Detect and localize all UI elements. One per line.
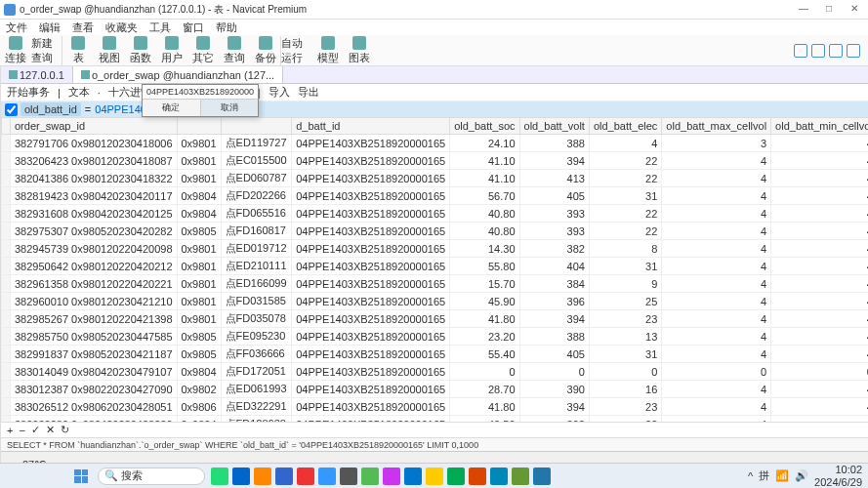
tray-up-icon[interactable]: ^ bbox=[748, 470, 753, 482]
col-d_batt_id[interactable]: d_batt_id bbox=[292, 118, 450, 135]
table-row[interactable]: 382931608 0x9804202304201250x9804点FD0655… bbox=[2, 205, 869, 223]
filter-value-input[interactable] bbox=[143, 85, 258, 99]
table-row[interactable]: 383012387 0x9802202304270900x9802点ED0619… bbox=[2, 381, 869, 398]
import-button[interactable]: 导入 bbox=[269, 85, 290, 100]
tool-模型[interactable]: 模型 bbox=[312, 36, 344, 65]
table-row[interactable]: 383026512 0x9806202304280510x9806点ED3222… bbox=[2, 398, 869, 416]
table-row[interactable]: 382950642 0x9801202204202120x9801点ED2101… bbox=[2, 258, 869, 275]
tray-sound-icon[interactable]: 🔊 bbox=[795, 469, 808, 482]
taskbar-app-5[interactable] bbox=[297, 468, 314, 485]
menu-查看[interactable]: 查看 bbox=[72, 20, 94, 35]
taskbar-app-9[interactable] bbox=[383, 468, 400, 485]
refresh-button[interactable]: ↻ bbox=[61, 424, 69, 436]
table-row[interactable]: 382985267 0x9801202204213980x9801点FD0350… bbox=[2, 310, 869, 328]
add-row-button[interactable]: + bbox=[7, 425, 13, 436]
detail-icon[interactable] bbox=[847, 44, 860, 58]
tool-连接[interactable]: 连接 bbox=[0, 36, 31, 65]
main-area: 127.0.0.1o_order_swap @huandianzhan (127… bbox=[1, 66, 868, 465]
table-row[interactable]: 382960010 0x9801202304212100x9801点FD0315… bbox=[2, 293, 869, 310]
menu-窗口[interactable]: 窗口 bbox=[183, 20, 204, 35]
taskbar-search[interactable]: 🔍搜索 bbox=[98, 468, 205, 485]
col-sel[interactable] bbox=[177, 118, 221, 135]
grid-footer: + − ✓ ✕ ↻ bbox=[1, 422, 868, 437]
taskbar-app-4[interactable] bbox=[275, 468, 293, 485]
tool-新建查询[interactable]: 新建查询 bbox=[31, 36, 62, 65]
tool-其它[interactable]: 其它 bbox=[187, 36, 219, 65]
maximize-button[interactable]: □ bbox=[819, 3, 839, 17]
app-icon bbox=[4, 4, 16, 16]
search-placeholder: 搜索 bbox=[121, 468, 143, 483]
del-row-button[interactable]: − bbox=[19, 425, 24, 436]
close-button[interactable]: ✕ bbox=[845, 3, 864, 17]
table-row[interactable]: 382985750 0x9805202304475850x9805点FE0952… bbox=[2, 328, 869, 346]
filter-field[interactable]: old_batt_id bbox=[21, 102, 81, 116]
taskbar-app-16[interactable] bbox=[533, 468, 551, 485]
menu-编辑[interactable]: 编辑 bbox=[39, 20, 61, 35]
tab-1[interactable]: o_order_swap @huandianzhan (127... bbox=[73, 66, 283, 83]
col-old_batt_min_cellvol[interactable]: old_batt_min_cellvol bbox=[771, 118, 868, 135]
col-old_batt_volt[interactable]: old_batt_volt bbox=[519, 118, 589, 135]
cancel-button[interactable]: ✕ bbox=[46, 424, 55, 436]
col-sel[interactable] bbox=[2, 118, 11, 135]
clock-date: 2024/6/29 bbox=[814, 476, 862, 488]
filter-cancel-button[interactable]: 取消 bbox=[201, 100, 259, 116]
tool-查询[interactable]: 查询 bbox=[219, 36, 250, 65]
data-grid[interactable]: order_swap_idd_batt_idold_batt_socold_ba… bbox=[1, 117, 868, 422]
minimize-button[interactable]: — bbox=[794, 3, 813, 17]
tool-表[interactable]: 表 bbox=[62, 36, 94, 65]
taskbar-app-1[interactable] bbox=[211, 468, 228, 485]
table-row[interactable]: 382041386 0x9801202304183220x9801点ED0607… bbox=[2, 170, 869, 187]
col-old_batt_soc[interactable]: old_batt_soc bbox=[450, 118, 519, 135]
tab-0[interactable]: 127.0.0.1 bbox=[1, 66, 73, 83]
tool-视图[interactable]: 视图 bbox=[94, 36, 125, 65]
taskbar-app-15[interactable] bbox=[512, 468, 529, 485]
menu-收藏夹[interactable]: 收藏夹 bbox=[105, 20, 138, 35]
taskbar-app-3[interactable] bbox=[254, 468, 271, 485]
view-text-button[interactable]: 文本 bbox=[68, 85, 90, 100]
taskbar-app-2[interactable] bbox=[232, 468, 250, 485]
table-row[interactable]: 383014049 0x9804202304791070x9804点FD1720… bbox=[2, 363, 869, 381]
col-old_batt_max_cellvol[interactable]: old_batt_max_cellvol bbox=[662, 118, 771, 135]
window-title: o_order_swap @huandianzhan (127.0.0.1) -… bbox=[20, 3, 794, 17]
taskbar-app-8[interactable] bbox=[361, 468, 379, 485]
windows-taskbar: 🔍搜索 ^ 拼 📶 🔊 10:022024/6/29 bbox=[0, 463, 868, 488]
col-old_batt_elec[interactable]: old_batt_elec bbox=[589, 118, 661, 135]
table-row[interactable]: 383206423 0x9801202304180870x9801点EC0155… bbox=[2, 152, 869, 170]
taskbar-app-13[interactable] bbox=[469, 468, 486, 485]
taskbar-app-10[interactable] bbox=[404, 468, 422, 485]
taskbar-app-11[interactable] bbox=[426, 468, 443, 485]
list-icon[interactable] bbox=[829, 44, 843, 58]
taskbar-app-7[interactable] bbox=[340, 468, 357, 485]
start-button[interactable] bbox=[70, 466, 92, 487]
col-order_swap_id[interactable]: order_swap_id bbox=[11, 118, 178, 135]
tool-函数[interactable]: 函数 bbox=[125, 36, 156, 65]
taskbar-app-12[interactable] bbox=[447, 468, 465, 485]
menu-工具[interactable]: 工具 bbox=[149, 20, 171, 35]
tool-备份[interactable]: 备份 bbox=[250, 36, 281, 65]
cloud-icon[interactable] bbox=[794, 44, 807, 58]
menu-帮助[interactable]: 帮助 bbox=[216, 20, 237, 35]
table-row[interactable]: 382819423 0x9804202304201170x9804点FD2022… bbox=[2, 187, 869, 205]
taskbar-app-14[interactable] bbox=[490, 468, 508, 485]
menu-文件[interactable]: 文件 bbox=[6, 20, 27, 35]
filter-enable-checkbox[interactable] bbox=[5, 103, 18, 116]
commit-button[interactable]: ✓ bbox=[31, 424, 40, 436]
toolbar-right bbox=[794, 44, 868, 58]
tool-自动运行[interactable]: 自动运行 bbox=[281, 36, 312, 65]
table-row[interactable]: 382961358 0x9801202204202210x9801点ED1660… bbox=[2, 275, 869, 293]
begin-tx-button[interactable]: 开始事务 bbox=[7, 85, 50, 100]
export-button[interactable]: 导出 bbox=[298, 85, 319, 100]
taskbar-app-6[interactable] bbox=[318, 468, 336, 485]
tray-ime-icon[interactable]: 拼 bbox=[759, 468, 769, 483]
table-row[interactable]: 382975307 0x9805202304202820x9805点FD1608… bbox=[2, 223, 869, 240]
tool-图表[interactable]: 图表 bbox=[344, 36, 375, 65]
filter-ok-button[interactable]: 确定 bbox=[143, 100, 201, 116]
tray-wifi-icon[interactable]: 📶 bbox=[775, 469, 789, 482]
tool-用户[interactable]: 用户 bbox=[156, 36, 187, 65]
system-tray[interactable]: ^ 拼 📶 🔊 10:022024/6/29 bbox=[748, 464, 862, 487]
col-sel[interactable] bbox=[221, 118, 292, 135]
table-row[interactable]: 382945739 0x9801202204200980x9801点ED0197… bbox=[2, 240, 869, 258]
table-row[interactable]: 382991837 0x9805202304211870x9805点FF0366… bbox=[2, 346, 869, 363]
table-row[interactable]: 382791706 0x9801202304180060x9801点ED1197… bbox=[2, 135, 869, 152]
grid-icon[interactable] bbox=[811, 44, 825, 58]
